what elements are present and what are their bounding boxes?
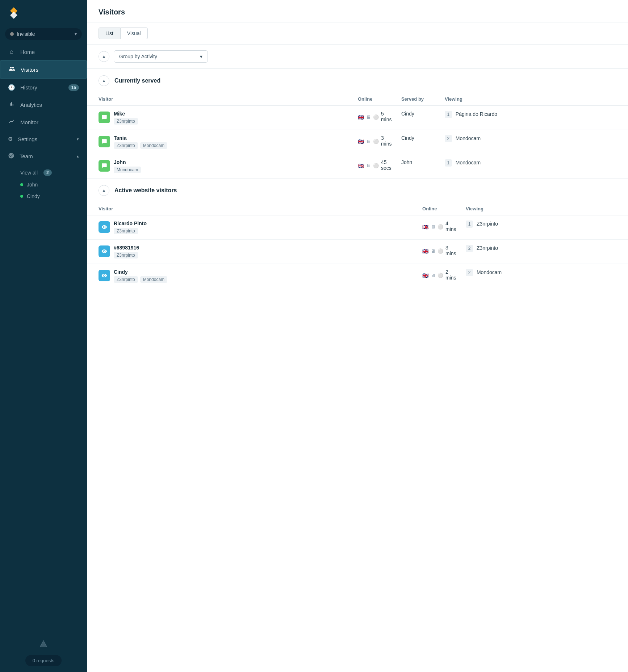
desktop-icon: 🖥 <box>431 224 435 230</box>
sidebar-item-analytics[interactable]: Analytics <box>0 96 87 113</box>
chevron-down-icon: ▾ <box>75 32 77 37</box>
flag-icon: 🇬🇧 <box>358 163 364 169</box>
flag-icon: 🇬🇧 <box>422 248 428 254</box>
circle-icon: ⚪ <box>437 273 443 278</box>
online-cell: 🇬🇧 🖥 ⚪ 3 mins <box>422 240 466 264</box>
sidebar-section-settings[interactable]: ⚙ Settings ▾ <box>0 131 87 147</box>
view-number: 1 <box>445 111 452 118</box>
online-cell: 🇬🇧 🖥 ⚪ 2 mins <box>422 264 466 288</box>
analytics-icon <box>8 101 15 108</box>
viewing-cell: 2 Z3nrpinto <box>466 240 628 264</box>
active-visitors-section: ▲ Active website visitors Visitor Online… <box>87 178 628 288</box>
settings-label: Settings <box>18 136 37 142</box>
col-visitor-2: Visitor <box>87 202 422 215</box>
currently-served-section: ▲ Currently served Visitor Online Served… <box>87 69 628 178</box>
flag-icon: 🇬🇧 <box>422 224 428 230</box>
online-time: 3 mins <box>445 245 460 256</box>
visitor-tag: Mondocam <box>140 142 167 149</box>
status-dot <box>10 32 14 36</box>
online-cell: 🇬🇧 🖥 ⚪ 45 secs <box>358 154 401 178</box>
col-served-by: Served by <box>401 93 445 106</box>
desktop-icon: 🖥 <box>366 114 371 120</box>
sidebar-item-monitor[interactable]: Monitor <box>0 113 87 131</box>
visitors-icon <box>8 66 16 74</box>
tab-list[interactable]: List <box>99 28 120 39</box>
logo <box>0 0 87 26</box>
online-time: 4 mins <box>445 220 460 232</box>
collapse-button[interactable]: ▲ <box>99 51 109 62</box>
visitor-icon-chat <box>99 160 110 172</box>
visitor-cell: Cindy Z3nrpinto Mondocam <box>87 264 422 288</box>
visitor-icon-chat <box>99 112 110 123</box>
currently-served-table: Visitor Online Served by Viewing <box>87 93 628 178</box>
circle-icon: ⚪ <box>373 139 379 144</box>
visitor-name: Mike <box>114 111 138 117</box>
view-number: 1 <box>466 220 473 228</box>
history-icon: 🕐 <box>8 84 15 91</box>
main-content: Visitors List Visual ▲ Group by Activity… <box>87 0 628 672</box>
served-by-cell: John <box>401 154 445 178</box>
online-indicator <box>20 195 23 198</box>
group-by-label: Group by Activity <box>119 54 157 59</box>
section-collapse-button[interactable]: ▲ <box>99 75 109 86</box>
view-number: 1 <box>445 159 452 167</box>
visitor-cell: John Mondocam <box>87 154 358 178</box>
group-by-select[interactable]: Group by Activity ▾ <box>114 50 208 63</box>
table-row: John Mondocam 🇬🇧 🖥 <box>87 154 628 178</box>
team-member-cindy[interactable]: Cindy <box>20 190 87 202</box>
section-collapse-button[interactable]: ▲ <box>99 185 109 196</box>
visitor-name: #68981916 <box>114 245 139 251</box>
table-row: Ricardo Pinto Z3nrpinto 🇬🇧 🖥 <box>87 215 628 240</box>
viewing-page: Z3nrpinto <box>477 245 498 251</box>
sidebar-section-team[interactable]: Team ▴ <box>0 147 87 165</box>
visitor-tag: Z3nrpinto <box>114 252 138 259</box>
currently-served-title: Currently served <box>114 77 160 84</box>
table-row: Cindy Z3nrpinto Mondocam 🇬🇧 <box>87 264 628 288</box>
team-label: Team <box>20 153 33 159</box>
visitor-cell: Ricardo Pinto Z3nrpinto <box>87 215 422 240</box>
table-row: Tania Z3nrpinto Mondocam 🇬🇧 <box>87 130 628 154</box>
team-member-john[interactable]: John <box>20 179 87 190</box>
desktop-icon: 🖥 <box>431 248 435 254</box>
view-number: 2 <box>466 269 473 276</box>
viewing-cell: 1 Z3nrpinto <box>466 215 628 240</box>
sidebar-bottom: 0 requests <box>0 631 87 672</box>
status-selector[interactable]: Invisible ▾ <box>5 28 82 40</box>
sidebar-item-history[interactable]: 🕐 History 15 <box>0 79 87 96</box>
requests-button[interactable]: 0 requests <box>25 655 62 666</box>
currently-served-header[interactable]: ▲ Currently served <box>87 69 628 93</box>
online-cell: 🇬🇧 🖥 ⚪ 5 mins <box>358 106 401 130</box>
online-time: 2 mins <box>445 269 460 281</box>
svg-marker-1 <box>10 12 17 19</box>
viewing-page: Página do Ricardo <box>456 111 497 117</box>
team-icon <box>8 152 14 160</box>
filter-row: ▲ Group by Activity ▾ <box>87 45 628 69</box>
view-all-badge: 2 <box>43 169 52 176</box>
visitor-tag: Z3nrpinto <box>114 276 138 283</box>
visitor-tag: Z3nrpinto <box>114 228 138 234</box>
tab-visual[interactable]: Visual <box>120 28 148 39</box>
monitor-icon <box>8 118 15 126</box>
flag-icon: 🇬🇧 <box>358 139 364 144</box>
active-visitors-header[interactable]: ▲ Active website visitors <box>87 178 628 202</box>
visitor-name: Ricardo Pinto <box>114 220 147 226</box>
table-row: #68981916 Z3nrpinto 🇬🇧 🖥 <box>87 240 628 264</box>
page-header: Visitors <box>87 0 628 22</box>
sidebar-item-home[interactable]: ⌂ Home <box>0 43 87 60</box>
col-viewing-1: Viewing <box>445 93 628 106</box>
team-view-all[interactable]: View all 2 <box>20 167 87 179</box>
sidebar: Invisible ▾ ⌂ Home Visitors 🕐 History 15… <box>0 0 87 672</box>
online-time: 5 mins <box>381 111 395 122</box>
view-number: 2 <box>466 245 473 252</box>
visitor-icon-eye <box>99 270 110 281</box>
table-row: Mike Z3nrpinto 🇬🇧 🖥 <box>87 106 628 130</box>
col-viewing-2: Viewing <box>466 202 628 215</box>
visitor-cell: Mike Z3nrpinto <box>87 106 358 130</box>
sidebar-item-visitors[interactable]: Visitors <box>0 60 87 79</box>
circle-icon: ⚪ <box>373 163 379 168</box>
active-visitors-table: Visitor Online Viewing Ricardo Pinto <box>87 202 628 288</box>
visitor-name: Tania <box>114 135 167 141</box>
desktop-icon: 🖥 <box>366 163 371 168</box>
view-number: 2 <box>445 135 452 142</box>
tabs-row: List Visual <box>87 22 628 45</box>
